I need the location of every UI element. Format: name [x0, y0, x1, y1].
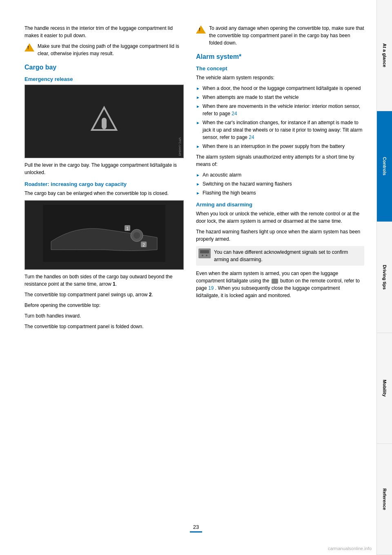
- svg-point-4: [134, 232, 140, 239]
- bullet-text-1: When a door, the hood or the luggage com…: [203, 85, 361, 92]
- warning-text-1: Make sure that the closing path of the l…: [38, 43, 184, 57]
- signals-intro: The alarm system signals unauthorized en…: [196, 153, 364, 168]
- sidebar-tab-driving-tips[interactable]: Driving tips: [377, 222, 392, 333]
- roadster-caption-1: Turn the handles on both sides of the ca…: [24, 273, 184, 288]
- concept-intro: The vehicle alarm system responds:: [196, 74, 364, 81]
- sidebar-tab-at-a-glance[interactable]: At a glance: [377, 0, 392, 111]
- sidebar-tab-controls[interactable]: Controls: [377, 111, 392, 222]
- signal-arrow-2: ►: [196, 181, 200, 187]
- arming-text-1: When you lock or unlock the vehicle, eit…: [196, 210, 364, 225]
- svg-rect-1: [102, 118, 107, 129]
- bullet-arrow-2: ►: [196, 94, 200, 101]
- arming-note-box: You can have different acknowledgment si…: [196, 246, 364, 266]
- bullet-text-3: When there are movements in the vehicle …: [203, 103, 364, 117]
- roadster-heading: Roadster: increasing cargo bay capacity: [24, 181, 184, 187]
- panel-folded-text: The convertible top compartment panel is…: [24, 323, 184, 330]
- arming-text-3: Even when the alarm system is armed, you…: [196, 270, 364, 299]
- remote-button-icon: [272, 279, 278, 284]
- sidebar-tab-reference[interactable]: Reference: [377, 444, 392, 555]
- page-number-bar: [190, 531, 202, 533]
- the-concept-heading: The concept: [196, 65, 364, 72]
- warning-icon-1: [24, 43, 34, 51]
- sidebar-tab-mobility[interactable]: Mobility: [377, 333, 392, 444]
- emergency-release-image-content: [88, 103, 120, 140]
- bullet-arrow-5: ►: [196, 143, 200, 150]
- bullet-arrow-1: ►: [196, 85, 200, 92]
- concept-bullets-list: ► When a door, the hood or the luggage c…: [196, 85, 364, 150]
- signal-bullet-1: ► An acoustic alarm: [196, 171, 364, 179]
- bullet-item-3: ► When there are movements in the vehicl…: [196, 103, 364, 117]
- sidebar-tab-at-a-glance-label: At a glance: [382, 43, 387, 67]
- bullet-item-2: ► When attempts are made to start the ve…: [196, 94, 364, 101]
- cargo-bay-heading: Cargo bay: [24, 64, 184, 71]
- sidebar: At a glance Controls Driving tips Mobili…: [376, 0, 392, 555]
- svg-text:1: 1: [126, 226, 129, 231]
- warning-box-convertible: To avoid any damage when opening the con…: [196, 25, 364, 47]
- arming-heading: Arming and disarming: [196, 201, 364, 208]
- right-column: To avoid any damage when opening the con…: [196, 25, 364, 530]
- intro-text: The handle recess in the interior trim o…: [24, 25, 184, 39]
- roadster-description: The cargo bay can be enlarged when the c…: [24, 190, 184, 197]
- remote-icon: [198, 248, 211, 258]
- roadster-image-content: 1 2: [43, 205, 165, 266]
- signal-arrow-1: ►: [196, 172, 200, 178]
- emergency-release-image: VPC-144945: [24, 85, 184, 158]
- bullet-arrow-4: ►: [196, 120, 200, 126]
- emergency-release-heading: Emergency release: [24, 76, 184, 82]
- signal-bullet-2: ► Switching on the hazard warning flashe…: [196, 180, 364, 188]
- bullet-arrow-3: ►: [196, 103, 200, 110]
- bullet-text-4: When the car's inclination changes, for …: [203, 119, 364, 141]
- sidebar-tab-controls-label: Controls: [382, 157, 387, 175]
- image-watermark: VPC-144945: [178, 137, 182, 156]
- warning-box-1: Make sure that the closing path of the l…: [24, 43, 184, 57]
- page-container: The handle recess in the interior trim o…: [0, 0, 392, 555]
- signal-bullet-3: ► Flashing the high beams: [196, 189, 364, 197]
- bullet-item-1: ► When a door, the hood or the luggage c…: [196, 85, 364, 92]
- turn-handles-text: Turn both handles inward.: [24, 312, 184, 320]
- signal-text-2: Switching on the hazard warning flashers: [203, 180, 292, 188]
- signal-text-3: Flashing the high beams: [203, 189, 256, 197]
- signal-arrow-3: ►: [196, 190, 200, 196]
- svg-point-11: [202, 255, 203, 256]
- left-column: The handle recess in the interior trim o…: [24, 25, 184, 530]
- page-number: 23: [190, 524, 202, 530]
- alarm-system-heading: Alarm system*: [196, 53, 364, 60]
- svg-text:2: 2: [143, 243, 145, 247]
- bullet-text-2: When attempts are made to start the vehi…: [203, 94, 298, 101]
- signals-bullets-list: ► An acoustic alarm ► Switching on the h…: [196, 171, 364, 197]
- sidebar-tab-driving-tips-label: Driving tips: [382, 265, 387, 290]
- warning-convertible-text: To avoid any damage when opening the con…: [209, 25, 364, 47]
- bullet-item-5: ► When there is an interruption in the p…: [196, 143, 364, 150]
- svg-point-12: [206, 255, 207, 256]
- warning-icon-convertible: [196, 25, 206, 34]
- footer-watermark: carmanualsonline.info: [328, 546, 372, 551]
- main-content: The handle recess in the interior trim o…: [0, 0, 376, 555]
- roadster-caption-2: The convertible top compartment panel sw…: [24, 291, 184, 298]
- sidebar-tab-mobility-label: Mobility: [382, 380, 387, 397]
- signal-text-1: An acoustic alarm: [203, 171, 241, 179]
- arming-note-text: You can have different acknowledgment si…: [214, 248, 362, 263]
- bullet-item-4: ► When the car's inclination changes, fo…: [196, 119, 364, 141]
- page-number-area: 23: [190, 524, 202, 533]
- svg-rect-10: [200, 250, 209, 253]
- bullet-text-5: When there is an interruption in the pow…: [203, 143, 345, 150]
- arming-text-2: The hazard warning flashers light up onc…: [196, 228, 364, 243]
- sidebar-tab-reference-label: Reference: [382, 488, 387, 510]
- arming-page-link: 19: [208, 285, 214, 291]
- roadster-image: 1 2: [24, 200, 184, 270]
- before-opening-text: Before opening the convertible top:: [24, 302, 184, 309]
- emergency-release-caption: Pull the lever in the cargo bay. The lug…: [24, 161, 184, 176]
